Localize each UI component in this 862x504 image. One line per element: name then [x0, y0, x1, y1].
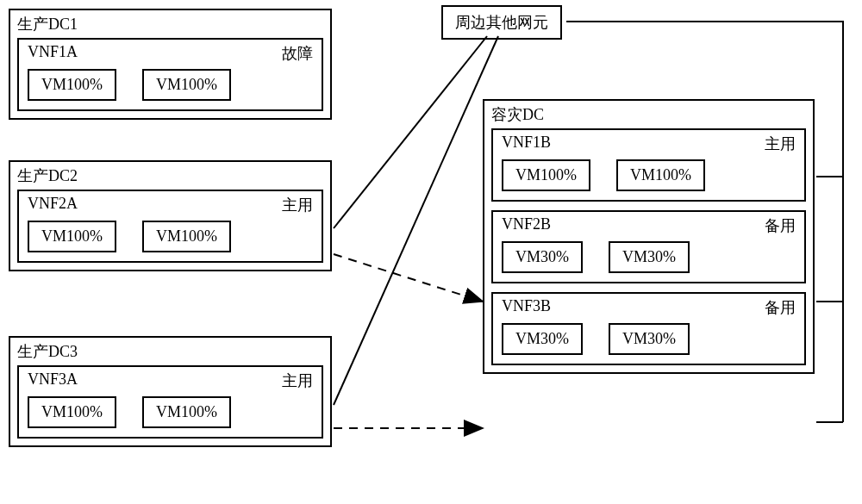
- vnf2a-status: 主用: [282, 195, 313, 215]
- vnf1b-name: VNF1B: [502, 134, 551, 154]
- vnf1b-box: VNF1B 主用 VM100% VM100%: [491, 128, 806, 202]
- vnf1b-status: 主用: [765, 134, 796, 154]
- vnf3a-vm2: VM100%: [142, 396, 231, 428]
- production-dc3: 生产DC3 VNF3A 主用 VM100% VM100%: [9, 336, 332, 447]
- vnf2a-box: VNF2A 主用 VM100% VM100%: [17, 190, 323, 263]
- dr-dc: 容灾DC VNF1B 主用 VM100% VM100% VNF2B 备用 VM3…: [483, 99, 815, 374]
- vnf2b-vm1: VM30%: [502, 241, 583, 273]
- vnf1a-vm2: VM100%: [142, 69, 231, 101]
- vnf3b-status: 备用: [765, 297, 796, 318]
- vnf3a-box: VNF3A 主用 VM100% VM100%: [17, 365, 323, 439]
- dr-title: 容灾DC: [491, 104, 806, 125]
- vnf1a-status: 故障: [282, 43, 313, 64]
- vnf1b-vm2: VM100%: [616, 159, 705, 191]
- vnf2b-status: 备用: [765, 215, 796, 236]
- vnf2b-box: VNF2B 备用 VM30% VM30%: [491, 210, 806, 283]
- vnf3b-name: VNF3B: [502, 297, 551, 318]
- vnf1a-vm1: VM100%: [28, 69, 116, 101]
- peripheral-label: 周边其他网元: [455, 14, 548, 31]
- dc3-title: 生产DC3: [17, 341, 323, 362]
- dc2-title: 生产DC2: [17, 165, 323, 186]
- vnf3a-vm1: VM100%: [28, 396, 116, 428]
- vnf2b-vm2: VM30%: [609, 241, 690, 273]
- vnf2a-name: VNF2A: [28, 195, 78, 215]
- vnf3b-vm1: VM30%: [502, 323, 583, 355]
- vnf1b-vm1: VM100%: [502, 159, 590, 191]
- vnf2a-vm2: VM100%: [142, 221, 231, 252]
- production-dc1: 生产DC1 VNF1A 故障 VM100% VM100%: [9, 9, 332, 120]
- production-dc2: 生产DC2 VNF2A 主用 VM100% VM100%: [9, 160, 332, 271]
- vnf2b-name: VNF2B: [502, 215, 551, 236]
- vnf2a-vm1: VM100%: [28, 221, 116, 252]
- vnf3a-name: VNF3A: [28, 370, 78, 391]
- vnf3b-box: VNF3B 备用 VM30% VM30%: [491, 292, 806, 365]
- vnf1a-box: VNF1A 故障 VM100% VM100%: [17, 38, 323, 111]
- dc1-title: 生产DC1: [17, 14, 323, 34]
- vnf3b-vm2: VM30%: [609, 323, 690, 355]
- line-vnf2a-vnf2b: [334, 254, 483, 302]
- line-peripheral-vnf2a: [334, 36, 487, 228]
- line-peripheral-vnf3a: [334, 36, 498, 405]
- vnf1a-name: VNF1A: [28, 43, 78, 64]
- vnf3a-status: 主用: [282, 370, 313, 391]
- peripheral-other-ne: 周边其他网元: [441, 5, 562, 40]
